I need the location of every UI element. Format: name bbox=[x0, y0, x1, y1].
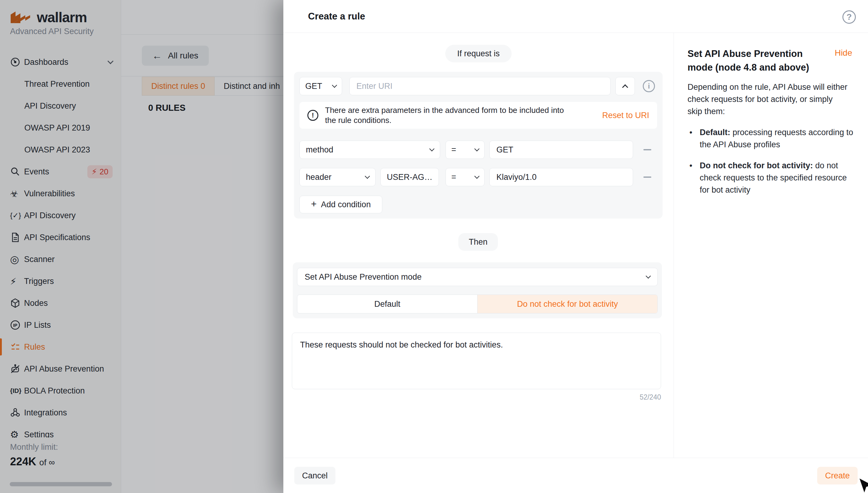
modal-title: Create a rule bbox=[308, 11, 365, 22]
chevron-down-icon bbox=[646, 274, 651, 279]
conditions-card: GET Enter URI i ! There are extra parame… bbox=[294, 72, 663, 218]
hide-panel-link[interactable]: Hide bbox=[834, 48, 852, 58]
rule-description-textarea[interactable] bbox=[292, 333, 661, 389]
condition-value-input[interactable]: Klaviyo/1.0 bbox=[490, 168, 633, 186]
advanced-form-warning: ! There are extra parameters in the adva… bbox=[300, 102, 657, 129]
mode-segmented-control: Default Do not check for bot activity bbox=[297, 295, 658, 314]
mouse-cursor bbox=[858, 477, 868, 493]
uri-input[interactable]: Enter URI bbox=[349, 77, 610, 95]
help-panel: Hide Set API Abuse Prevention mode (node… bbox=[674, 33, 868, 458]
create-button[interactable]: Create bbox=[817, 467, 858, 485]
mode-option-default[interactable]: Default bbox=[297, 295, 477, 313]
help-panel-title: Set API Abuse Prevention mode (node 4.8 … bbox=[688, 47, 824, 74]
condition-field-select[interactable]: header bbox=[300, 168, 375, 186]
bullet-icon: • bbox=[688, 159, 694, 196]
chevron-down-icon bbox=[332, 83, 337, 88]
if-request-pill: If request is bbox=[445, 45, 512, 62]
create-rule-modal: Create a rule ? If request is GET Enter … bbox=[283, 0, 868, 493]
chevron-down-icon bbox=[365, 174, 370, 179]
bullet-icon: • bbox=[688, 126, 694, 151]
action-type-select[interactable]: Set API Abuse Prevention mode bbox=[297, 268, 658, 286]
condition-field-select[interactable]: method bbox=[300, 141, 440, 159]
modal-header: Create a rule ? bbox=[283, 0, 868, 33]
modal-footer: Cancel Create bbox=[283, 458, 868, 493]
chevron-down-icon bbox=[430, 146, 435, 152]
condition-operator-select[interactable]: = bbox=[446, 168, 484, 186]
condition-value-input[interactable]: GET bbox=[490, 141, 633, 159]
method-quick-select[interactable]: GET bbox=[300, 77, 342, 95]
condition-operator-select[interactable]: = bbox=[446, 141, 484, 159]
cancel-button[interactable]: Cancel bbox=[294, 467, 335, 485]
help-bullet-do-not-check: • Do not check for bot activity: do not … bbox=[688, 159, 853, 196]
chevron-up-icon bbox=[622, 84, 628, 90]
alert-icon: ! bbox=[307, 110, 318, 121]
screen: wallarm Advanced API Security Dashboards… bbox=[0, 0, 868, 493]
help-bullet-default: • Default: processing requests according… bbox=[688, 126, 853, 151]
mode-option-do-not-check[interactable]: Do not check for bot activity bbox=[477, 295, 657, 313]
plus-icon: + bbox=[311, 198, 317, 210]
help-panel-intro: Depending on the rule, API Abuse will ei… bbox=[688, 81, 849, 117]
reset-to-uri-link[interactable]: Reset to URI bbox=[602, 111, 649, 120]
add-condition-button[interactable]: + Add condition bbox=[300, 196, 382, 213]
char-counter: 52/240 bbox=[292, 393, 661, 401]
info-icon[interactable]: i bbox=[643, 80, 655, 92]
remove-condition-icon[interactable] bbox=[644, 176, 651, 178]
action-card: Set API Abuse Prevention mode Default Do… bbox=[293, 262, 662, 318]
collapse-advanced-button[interactable] bbox=[615, 77, 635, 95]
then-pill: Then bbox=[458, 233, 498, 251]
help-icon[interactable]: ? bbox=[842, 10, 856, 24]
condition-param-input[interactable]: USER-AG… bbox=[381, 168, 439, 186]
remove-condition-icon[interactable] bbox=[644, 149, 651, 150]
chevron-down-icon bbox=[475, 146, 480, 152]
chevron-down-icon bbox=[475, 174, 480, 179]
